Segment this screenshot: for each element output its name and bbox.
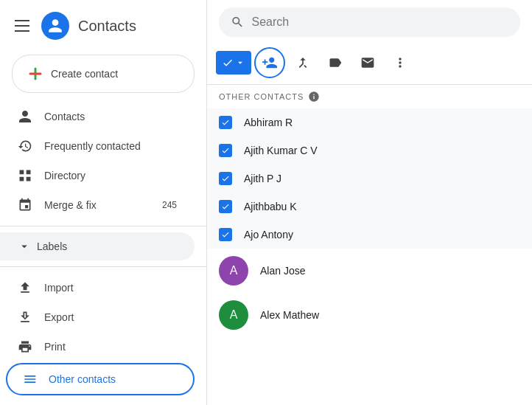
merge-fix-label: Merge & fix [44, 199, 97, 211]
contact-checkbox[interactable] [219, 172, 232, 185]
divider-1 [0, 226, 206, 226]
sidebar-item-contacts[interactable]: Contacts [0, 102, 195, 131]
other-contacts-label: Other contacts [49, 373, 116, 385]
contact-row[interactable]: Abhiram R [207, 108, 532, 136]
avatar: A [219, 300, 248, 330]
contact-checkbox[interactable] [219, 228, 232, 241]
merge-button[interactable] [288, 48, 318, 77]
chevron-down-icon [18, 240, 31, 253]
divider-2 [0, 266, 206, 267]
directory-label: Directory [44, 170, 85, 181]
sidebar: Contacts Create contact Contacts Frequen… [0, 0, 206, 405]
print-label: Print [44, 341, 66, 353]
contact-name: Alex Mathew [260, 309, 319, 321]
contact-list: Abhiram R Ajith Kumar C V Ajith P J Ajit… [207, 108, 532, 405]
avatar: A [219, 256, 248, 285]
main-content: OTHER CONTACTS Abhiram R Ajith Kumar C V… [206, 0, 532, 405]
section-label-text: OTHER CONTACTS [219, 92, 304, 101]
contact-row[interactable]: Ajithbabu K [207, 193, 532, 221]
hamburger-menu[interactable] [12, 17, 32, 35]
export-label: Export [44, 311, 74, 323]
contact-name: Alan Jose [260, 265, 305, 277]
frequently-contacted-label: Frequently contacted [44, 140, 141, 152]
contact-row[interactable]: Ajith P J [207, 165, 532, 193]
contact-row[interactable]: Ajo Antony [207, 221, 532, 249]
app-logo [41, 12, 69, 40]
contact-checkbox[interactable] [219, 116, 232, 129]
select-all-button[interactable] [216, 51, 251, 75]
sidebar-item-labels[interactable]: Labels [0, 232, 195, 260]
contact-name: Ajithbabu K [244, 201, 297, 212]
avatar-letter: A [230, 308, 238, 322]
contacts-label: Contacts [44, 111, 85, 122]
sidebar-item-other-contacts[interactable]: Other contacts [6, 363, 195, 395]
contact-name: Ajith P J [244, 173, 281, 184]
search-bar[interactable] [219, 7, 520, 37]
section-label: OTHER CONTACTS [207, 85, 532, 108]
labels-label: Labels [37, 240, 67, 252]
sidebar-header: Contacts [0, 6, 206, 52]
label-button[interactable] [321, 48, 350, 77]
plus-icon [27, 66, 43, 82]
import-label: Import [44, 282, 74, 294]
app-title: Contacts [78, 18, 136, 35]
sidebar-item-print[interactable]: Print [0, 332, 195, 361]
sidebar-item-export[interactable]: Export [0, 302, 195, 332]
contact-row[interactable]: A Alan Jose [207, 249, 532, 293]
contact-checkbox[interactable] [219, 200, 232, 213]
search-icon [231, 15, 244, 30]
sidebar-item-import[interactable]: Import [0, 273, 195, 302]
search-input[interactable] [251, 15, 508, 29]
toolbar [207, 44, 532, 85]
more-options-button[interactable] [385, 48, 415, 77]
contact-name: Ajith Kumar C V [244, 145, 318, 156]
create-contact-label: Create contact [51, 68, 118, 80]
sidebar-item-frequently-contacted[interactable]: Frequently contacted [0, 131, 195, 161]
contact-name: Abhiram R [244, 117, 293, 128]
create-contact-button[interactable]: Create contact [12, 55, 195, 93]
contact-name: Ajo Antony [244, 229, 293, 240]
merge-fix-badge: 245 [162, 200, 177, 210]
contact-checkbox[interactable] [219, 144, 232, 157]
avatar-letter: A [230, 264, 238, 277]
contact-row[interactable]: A Alex Mathew [207, 293, 532, 337]
email-button[interactable] [353, 48, 382, 77]
info-icon[interactable] [308, 91, 320, 103]
sidebar-item-directory[interactable]: Directory [0, 161, 195, 190]
contact-row[interactable]: Ajith Kumar C V [207, 136, 532, 165]
add-to-contacts-button[interactable] [254, 47, 285, 78]
other-contacts-icon [22, 372, 37, 387]
sidebar-item-merge-fix[interactable]: Merge & fix 245 [0, 190, 195, 220]
